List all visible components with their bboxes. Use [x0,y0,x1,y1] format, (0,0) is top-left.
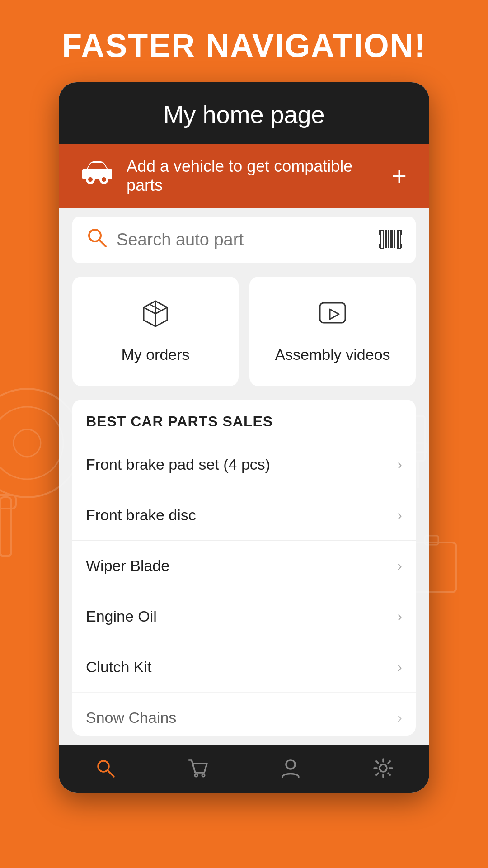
svg-rect-14 [383,230,384,248]
svg-rect-18 [394,230,395,248]
main-content: My orders Assembly videos BEST CAR PARTS… [59,272,429,745]
bottom-nav [59,745,429,793]
svg-point-25 [195,774,197,777]
sales-title: BEST CAR PARTS SALES [72,400,416,439]
chevron-right-icon: › [397,659,402,675]
svg-line-12 [99,240,106,246]
sales-list: Front brake pad set (4 pcs) › Front brak… [72,439,416,736]
table-row[interactable]: Clutch Kit › [72,642,416,692]
svg-line-24 [108,770,114,777]
svg-rect-17 [390,230,393,248]
table-row[interactable]: Engine Oil › [72,591,416,642]
svg-rect-15 [385,230,387,248]
table-row[interactable]: Wiper Blade › [72,540,416,591]
table-row[interactable]: Front brake disc › [72,490,416,540]
nav-search[interactable] [94,757,116,779]
quick-actions: My orders Assembly videos [72,277,416,386]
sales-section: BEST CAR PARTS SALES Front brake pad set… [72,400,416,736]
table-row[interactable]: Snow Chains › [72,692,416,736]
header-bar: My home page [59,82,429,144]
svg-marker-22 [330,309,339,319]
nav-account[interactable] [280,757,301,779]
svg-point-27 [286,760,295,769]
nav-settings[interactable] [372,757,394,779]
chevron-right-icon: › [397,507,402,524]
play-icon [318,299,347,335]
videos-label: Assembly videos [275,346,390,363]
chevron-right-icon: › [397,608,402,625]
table-row[interactable]: Front brake pad set (4 pcs) › [72,439,416,490]
car-icon [81,160,113,192]
nav-cart[interactable] [187,757,209,779]
barcode-icon [379,229,402,251]
search-container [59,208,429,272]
svg-rect-7 [0,495,16,509]
vehicle-text: Add a vehicle to get compatible parts [127,157,378,195]
svg-point-26 [202,774,205,777]
svg-point-2 [14,429,41,457]
phone-container: My home page Add a vehicle to get compat… [59,82,429,793]
chevron-right-icon: › [397,456,402,473]
chevron-right-icon: › [397,709,402,726]
my-orders-button[interactable]: My orders [72,277,239,386]
page-title: My home page [81,100,407,128]
svg-point-28 [380,764,387,772]
vehicle-banner[interactable]: Add a vehicle to get compatible parts + [59,144,429,208]
svg-rect-21 [320,303,345,323]
svg-rect-16 [388,230,389,248]
svg-point-1 [0,407,63,479]
svg-rect-19 [397,230,399,248]
svg-rect-6 [0,497,11,556]
search-icon [86,226,108,253]
add-vehicle-button[interactable]: + [392,161,407,191]
hero-title: FASTER NAVIGATION! [0,0,488,82]
search-input[interactable] [117,230,370,250]
search-bar[interactable] [72,217,416,263]
orders-label: My orders [121,346,189,363]
chevron-right-icon: › [397,557,402,574]
box-icon [141,299,170,335]
assembly-videos-button[interactable]: Assembly videos [249,277,416,386]
